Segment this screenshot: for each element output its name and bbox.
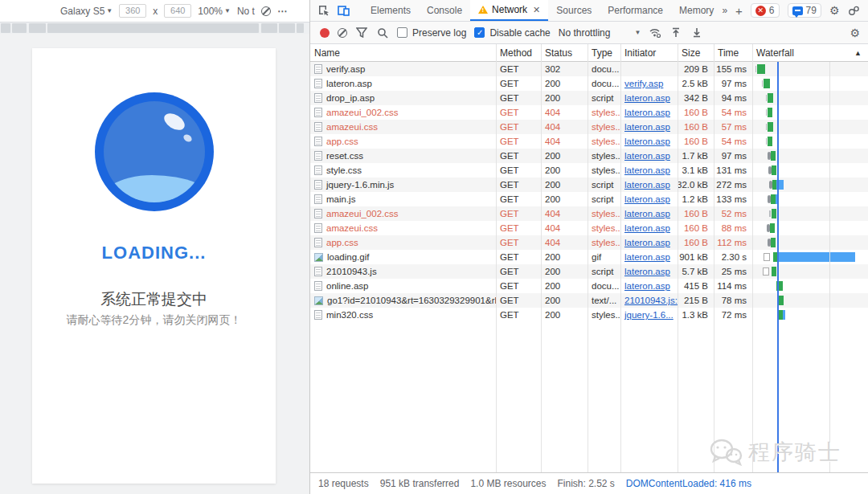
network-settings-gear-icon[interactable]: ⚙	[850, 27, 860, 39]
network-conditions-icon[interactable]	[649, 27, 661, 39]
initiator-link[interactable]: lateron.asp	[624, 252, 670, 262]
initiator-link[interactable]: lateron.asp	[624, 180, 670, 190]
column-separator[interactable]	[714, 44, 714, 472]
waterfall-bar[interactable]	[752, 163, 868, 178]
throttling-select[interactable]: No throttling ▼	[559, 27, 641, 39]
request-row[interactable]: jquery-1.6.min.jsGET200scriptlateron.asp…	[310, 178, 868, 192]
waterfall-bar[interactable]	[752, 149, 868, 163]
waterfall-bar[interactable]	[752, 279, 868, 293]
column-separator[interactable]	[588, 44, 588, 472]
device-toolbar-toggle-icon[interactable]	[338, 4, 350, 17]
media-query-segment[interactable]	[29, 23, 46, 33]
waterfall-bar[interactable]	[752, 91, 868, 105]
request-row[interactable]: app.cssGET404styles...lateron.asp160 B54…	[310, 134, 868, 149]
initiator-link[interactable]: lateron.asp	[624, 151, 670, 161]
sort-arrow-icon[interactable]: ▲	[854, 49, 862, 57]
initiator-link[interactable]: lateron.asp	[624, 223, 670, 233]
request-row[interactable]: drop_ip.aspGET200scriptlateron.asp342 B9…	[310, 91, 868, 105]
media-query-segment[interactable]	[12, 23, 27, 33]
waterfall-bar[interactable]	[752, 120, 868, 134]
media-query-bar[interactable]	[0, 22, 309, 34]
preserve-log-label[interactable]: Preserve log	[412, 27, 466, 39]
waterfall-bar[interactable]	[752, 134, 868, 149]
device-height-input[interactable]: 640	[164, 4, 191, 18]
request-row[interactable]: min320.cssGET200styles...jquery-1.6...1.…	[310, 308, 868, 322]
export-har-icon[interactable]	[690, 27, 703, 39]
tab-elements[interactable]: Elements	[362, 0, 419, 21]
search-icon[interactable]	[376, 27, 389, 39]
record-network-log-button[interactable]	[320, 28, 330, 38]
tab-close-icon[interactable]: ✕	[533, 5, 540, 15]
tab-sources[interactable]: Sources	[548, 0, 600, 21]
initiator-link[interactable]: lateron.asp	[624, 122, 670, 132]
initiator-link[interactable]: lateron.asp	[624, 137, 670, 146]
tab-console[interactable]: Console	[419, 0, 470, 21]
no-throttle-icon[interactable]	[261, 6, 271, 16]
waterfall-bar[interactable]	[752, 206, 868, 221]
waterfall-bar[interactable]	[752, 293, 868, 308]
column-header-size[interactable]: Size	[678, 44, 714, 61]
column-separator[interactable]	[752, 44, 753, 472]
media-query-segment[interactable]	[47, 23, 259, 33]
tab-network[interactable]: Network✕	[470, 0, 548, 21]
column-header-waterfall[interactable]: Waterfall▲	[752, 44, 868, 61]
column-header-name[interactable]: Name	[310, 44, 496, 61]
waterfall-bar[interactable]	[752, 62, 868, 76]
error-count-badge[interactable]: ✕ 6	[751, 3, 780, 18]
initiator-link[interactable]: verify.asp	[624, 79, 663, 88]
settings-gear-icon[interactable]: ⚙	[829, 4, 840, 17]
more-options-icon[interactable]: ⋯	[277, 6, 288, 17]
column-header-type[interactable]: Type	[588, 44, 620, 61]
initiator-link[interactable]: lateron.asp	[624, 238, 670, 247]
initiator-link[interactable]: lateron.asp	[624, 93, 670, 103]
domcontentloaded-time[interactable]: DOMContentLoaded: 416 ms	[626, 478, 751, 489]
column-header-time[interactable]: Time	[714, 44, 752, 61]
request-row[interactable]: verify.aspGET302docu...209 B155 ms	[310, 62, 868, 76]
request-row[interactable]: amazeui_002.cssGET404styles...lateron.as…	[310, 105, 868, 120]
request-row[interactable]: amazeui.cssGET404styles...lateron.asp160…	[310, 120, 868, 134]
waterfall-bar[interactable]	[752, 192, 868, 206]
request-row[interactable]: main.jsGET200scriptlateron.asp1.2 kB133 …	[310, 192, 868, 206]
waterfall-bar[interactable]	[752, 235, 868, 250]
column-header-status[interactable]: Status	[541, 44, 588, 61]
waterfall-bar[interactable]	[752, 308, 868, 322]
media-query-segment[interactable]	[279, 23, 295, 33]
waterfall-bar[interactable]	[752, 250, 868, 264]
request-row[interactable]: app.cssGET404styles...lateron.asp160 B11…	[310, 235, 868, 250]
more-tabs-icon[interactable]: »	[722, 5, 727, 16]
column-header-method[interactable]: Method	[496, 44, 541, 61]
disable-cache-label[interactable]: Disable cache	[489, 27, 550, 39]
import-har-icon[interactable]	[669, 27, 682, 39]
zoom-select[interactable]: 100% ▼	[198, 6, 231, 17]
tab-performance[interactable]: Performance	[600, 0, 671, 21]
request-row[interactable]: go1?id=21010943&rt=1630329329901&rl=3...…	[310, 293, 868, 308]
initiator-link[interactable]: lateron.asp	[624, 281, 670, 291]
media-query-segment[interactable]	[261, 23, 277, 33]
request-row[interactable]: 21010943.jsGET200scriptlateron.asp5.7 kB…	[310, 264, 868, 279]
new-tab-icon[interactable]: +	[735, 4, 743, 18]
column-separator[interactable]	[541, 44, 542, 472]
inspect-element-icon[interactable]	[318, 4, 330, 17]
media-query-segment[interactable]	[1, 23, 10, 33]
waterfall-bar[interactable]	[752, 178, 868, 192]
initiator-link[interactable]: lateron.asp	[624, 108, 670, 117]
preserve-log-checkbox[interactable]	[397, 27, 407, 38]
request-row[interactable]: reset.cssGET200styles...lateron.asp1.7 k…	[310, 149, 868, 163]
initiator-link[interactable]: lateron.asp	[624, 194, 670, 204]
media-query-segment[interactable]	[297, 23, 304, 33]
initiator-link[interactable]: jquery-1.6...	[624, 310, 674, 320]
column-separator[interactable]	[678, 44, 678, 472]
waterfall-bar[interactable]	[752, 105, 868, 120]
column-header-initiator[interactable]: Initiator	[620, 44, 678, 61]
request-row[interactable]: amazeui_002.cssGET404styles...lateron.as…	[310, 206, 868, 221]
initiator-link[interactable]: lateron.asp	[624, 209, 670, 218]
filter-icon[interactable]	[355, 27, 368, 39]
column-separator[interactable]	[496, 44, 497, 472]
initiator-link[interactable]: lateron.asp	[624, 267, 670, 276]
issues-count-badge[interactable]: 79	[788, 3, 821, 18]
request-row[interactable]: lateron.aspGET200docu...verify.asp2.5 kB…	[310, 76, 868, 91]
waterfall-bar[interactable]	[752, 264, 868, 279]
throttle-select-label[interactable]: No t	[237, 6, 255, 17]
initiator-link[interactable]: 21010943.js:1	[624, 296, 678, 305]
tab-memory[interactable]: Memory	[671, 0, 722, 21]
